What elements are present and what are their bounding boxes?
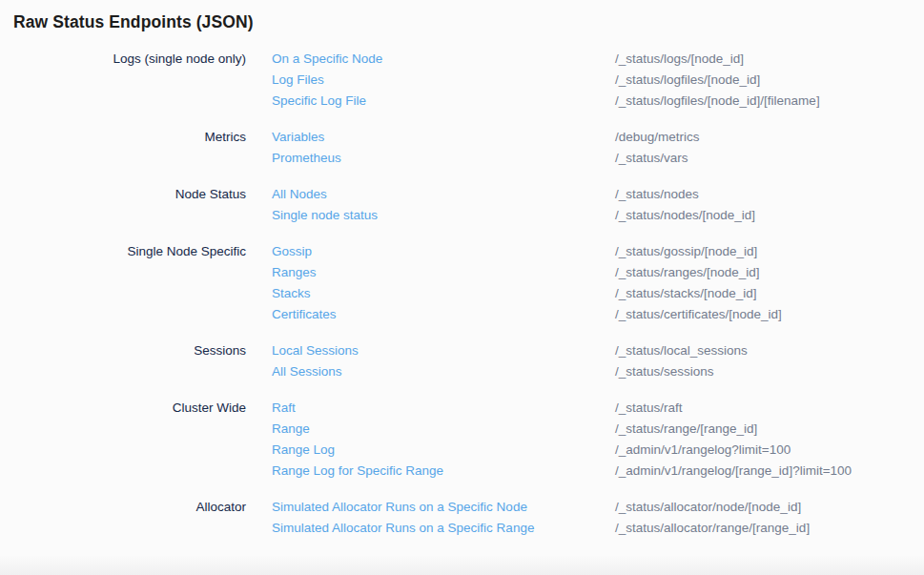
section-entries: All Nodes/_status/nodesSingle node statu… [272, 184, 924, 226]
endpoint-link[interactable]: Local Sessions [272, 340, 615, 361]
endpoint-section: MetricsVariables/debug/metricsPrometheus… [0, 127, 924, 169]
section-entries: Variables/debug/metricsPrometheus/_statu… [272, 127, 924, 169]
endpoint-link[interactable]: Variables [272, 127, 615, 148]
endpoint-path: /_status/gossip/[node_id] [615, 241, 757, 262]
section-label: Cluster Wide [0, 398, 246, 482]
section-label: Logs (single node only) [0, 49, 246, 112]
endpoint-path: /_status/ranges/[node_id] [615, 262, 760, 283]
endpoint-link[interactable]: Stacks [272, 283, 615, 304]
section-entries: Gossip/_status/gossip/[node_id]Ranges/_s… [272, 241, 924, 325]
endpoint-link[interactable]: On a Specific Node [272, 49, 615, 70]
endpoint-section: Single Node SpecificGossip/_status/gossi… [0, 241, 924, 325]
endpoint-path: /_admin/v1/rangelog/[range_id]?limit=100 [615, 461, 852, 482]
bottom-band [0, 556, 924, 575]
endpoint-link[interactable]: Prometheus [272, 148, 615, 169]
endpoint-row: Raft/_status/raft [272, 398, 924, 419]
endpoint-row: Certificates/_status/certificates/[node_… [272, 304, 924, 325]
endpoint-path: /_status/certificates/[node_id] [615, 304, 782, 325]
endpoint-link[interactable]: Log Files [272, 70, 615, 91]
endpoint-link[interactable]: Single node status [272, 205, 615, 226]
endpoint-row: Variables/debug/metrics [272, 127, 924, 148]
endpoint-section: Logs (single node only)On a Specific Nod… [0, 49, 924, 112]
endpoint-row: Specific Log File/_status/logfiles/[node… [272, 91, 924, 112]
endpoint-row: Stacks/_status/stacks/[node_id] [272, 283, 924, 304]
endpoint-path: /_status/raft [615, 398, 683, 419]
endpoint-row: Ranges/_status/ranges/[node_id] [272, 262, 924, 283]
section-entries: Simulated Allocator Runs on a Specific N… [272, 497, 924, 539]
endpoint-link[interactable]: Range Log for Specific Range [272, 461, 615, 482]
endpoint-path: /_admin/v1/rangelog?limit=100 [615, 440, 791, 461]
page-title: Raw Status Endpoints (JSON) [13, 12, 924, 32]
endpoint-section: SessionsLocal Sessions/_status/local_ses… [0, 340, 924, 382]
endpoint-row: Local Sessions/_status/local_sessions [272, 340, 924, 361]
endpoint-row: Range/_status/range/[range_id] [272, 419, 924, 440]
endpoint-section: Cluster WideRaft/_status/raftRange/_stat… [0, 398, 924, 482]
endpoint-link[interactable]: Gossip [272, 241, 615, 262]
endpoint-path: /_status/range/[range_id] [615, 419, 757, 440]
endpoint-path: /_status/local_sessions [615, 340, 748, 361]
section-label: Sessions [0, 340, 246, 382]
endpoint-link[interactable]: Specific Log File [272, 91, 615, 112]
endpoint-row: Single node status/_status/nodes/[node_i… [272, 205, 924, 226]
section-label: Allocator [0, 497, 246, 539]
endpoint-path: /_status/sessions [615, 361, 714, 382]
endpoint-path: /_status/nodes/[node_id] [615, 205, 755, 226]
section-entries: Raft/_status/raftRange/_status/range/[ra… [272, 398, 924, 482]
section-entries: Local Sessions/_status/local_sessionsAll… [272, 340, 924, 382]
section-label: Single Node Specific [0, 241, 246, 325]
endpoint-link[interactable]: Simulated Allocator Runs on a Specific R… [272, 518, 615, 539]
endpoints-table: Logs (single node only)On a Specific Nod… [0, 49, 924, 539]
endpoint-link[interactable]: All Sessions [272, 361, 615, 382]
endpoint-path: /_status/logfiles/[node_id]/[filename] [615, 91, 820, 112]
endpoint-row: Log Files/_status/logfiles/[node_id] [272, 70, 924, 91]
endpoint-row: Simulated Allocator Runs on a Specific R… [272, 518, 924, 539]
endpoint-row: On a Specific Node/_status/logs/[node_id… [272, 49, 924, 70]
endpoint-link[interactable]: Ranges [272, 262, 615, 283]
endpoint-path: /debug/metrics [615, 127, 700, 148]
endpoint-path: /_status/stacks/[node_id] [615, 283, 757, 304]
endpoint-row: Prometheus/_status/vars [272, 148, 924, 169]
endpoint-path: /_status/allocator/range/[range_id] [615, 518, 810, 539]
endpoint-row: All Nodes/_status/nodes [272, 184, 924, 205]
endpoint-row: All Sessions/_status/sessions [272, 361, 924, 382]
section-label: Metrics [0, 127, 246, 169]
endpoint-row: Simulated Allocator Runs on a Specific N… [272, 497, 924, 518]
endpoint-path: /_status/logfiles/[node_id] [615, 70, 760, 91]
endpoint-path: /_status/logs/[node_id] [615, 49, 744, 70]
endpoint-path: /_status/nodes [615, 184, 699, 205]
section-label: Node Status [0, 184, 246, 226]
section-entries: On a Specific Node/_status/logs/[node_id… [272, 49, 924, 112]
endpoint-row: Range Log for Specific Range/_admin/v1/r… [272, 461, 924, 482]
endpoint-path: /_status/allocator/node/[node_id] [615, 497, 801, 518]
endpoint-path: /_status/vars [615, 148, 688, 169]
endpoint-link[interactable]: Range Log [272, 440, 615, 461]
endpoint-link[interactable]: Raft [272, 398, 615, 419]
endpoint-link[interactable]: Range [272, 419, 615, 440]
endpoint-row: Gossip/_status/gossip/[node_id] [272, 241, 924, 262]
endpoint-row: Range Log/_admin/v1/rangelog?limit=100 [272, 440, 924, 461]
endpoint-link[interactable]: Simulated Allocator Runs on a Specific N… [272, 497, 615, 518]
endpoint-section: AllocatorSimulated Allocator Runs on a S… [0, 497, 924, 539]
endpoint-link[interactable]: All Nodes [272, 184, 615, 205]
endpoint-section: Node StatusAll Nodes/_status/nodesSingle… [0, 184, 924, 226]
endpoint-link[interactable]: Certificates [272, 304, 615, 325]
